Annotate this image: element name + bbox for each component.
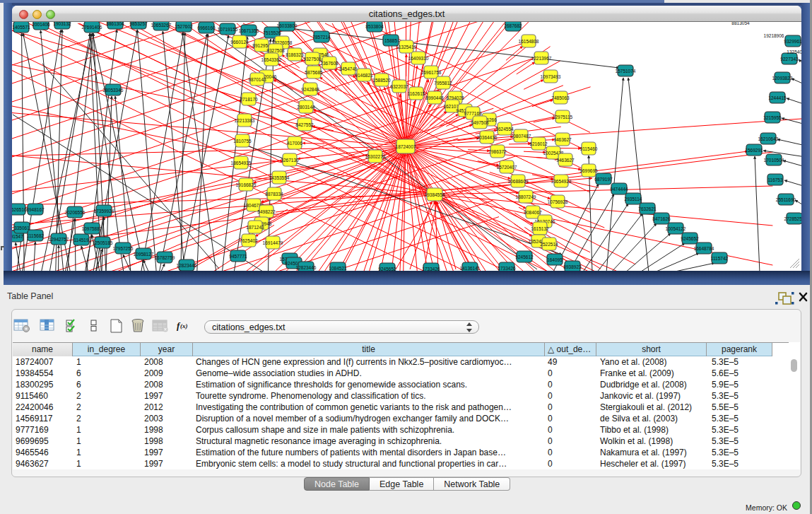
svg-text:9474444: 9474444 — [610, 187, 628, 192]
svg-text:27691406: 27691406 — [82, 25, 102, 30]
svg-text:10719155: 10719155 — [218, 27, 238, 32]
svg-text:9660124: 9660124 — [230, 40, 249, 45]
svg-text:417006: 417006 — [287, 141, 302, 146]
svg-text:6879197: 6879197 — [594, 177, 613, 182]
svg-text:8912954: 8912954 — [252, 43, 271, 48]
svg-text:5498222: 5498222 — [257, 209, 276, 214]
svg-text:6966160: 6966160 — [197, 25, 216, 30]
svg-text:18654935: 18654935 — [231, 160, 252, 165]
svg-text:8878334: 8878334 — [265, 192, 283, 197]
svg-text:16782759: 16782759 — [155, 255, 175, 260]
svg-text:2367608: 2367608 — [320, 61, 339, 66]
svg-text:1405571: 1405571 — [12, 25, 30, 30]
svg-text:12093823: 12093823 — [772, 76, 793, 81]
svg-text:16914479: 16914479 — [263, 240, 283, 245]
svg-text:9329961: 9329961 — [784, 39, 801, 44]
svg-text:17359924: 17359924 — [94, 209, 114, 214]
svg-text:391547: 391547 — [12, 234, 23, 239]
svg-text:3215955: 3215955 — [763, 115, 782, 120]
svg-text:16154808: 16154808 — [519, 39, 539, 44]
svg-text:15751074: 15751074 — [616, 69, 636, 74]
svg-text:9245652: 9245652 — [681, 236, 699, 241]
svg-text:10653267: 10653267 — [151, 23, 172, 28]
svg-text:1084521: 1084521 — [329, 266, 347, 271]
svg-text:11325419: 11325419 — [396, 45, 417, 49]
svg-text:1115682: 1115682 — [27, 233, 45, 238]
svg-text:2522514: 2522514 — [540, 242, 558, 247]
svg-text:1733426: 1733426 — [422, 267, 440, 271]
svg-text:12505185: 12505185 — [93, 240, 113, 245]
svg-text:8186323: 8186323 — [286, 52, 304, 57]
svg-text:1871243: 1871243 — [246, 225, 264, 230]
svg-text:8471626: 8471626 — [652, 216, 671, 221]
svg-text:9457771: 9457771 — [229, 254, 247, 259]
svg-text:17010504: 17010504 — [764, 158, 784, 163]
svg-text:12213967: 12213967 — [531, 56, 552, 61]
svg-text:9327508: 9327508 — [303, 57, 322, 62]
svg-text:8948167: 8948167 — [26, 207, 45, 212]
svg-text:9242848: 9242848 — [301, 87, 319, 92]
svg-text:10975887: 10975887 — [82, 226, 102, 231]
svg-text:10807487: 10807487 — [511, 134, 531, 139]
svg-text:1615132: 1615132 — [531, 226, 549, 231]
svg-text:17957255: 17957255 — [113, 246, 134, 251]
svg-text:2935114: 2935114 — [625, 197, 642, 201]
svg-text:15302273: 15302273 — [365, 154, 386, 159]
svg-text:9777169: 9777169 — [464, 111, 482, 116]
svg-text:15720407: 15720407 — [497, 165, 517, 170]
svg-text:2626510: 2626510 — [12, 207, 27, 212]
svg-text:10958127: 10958127 — [134, 252, 154, 257]
svg-text:8427552: 8427552 — [295, 122, 314, 127]
svg-text:7986372: 7986372 — [488, 149, 507, 154]
svg-text:1903132: 1903132 — [53, 22, 71, 26]
svg-text:12823446: 12823446 — [177, 263, 197, 268]
svg-text:13654923: 13654923 — [551, 179, 572, 184]
svg-text:(x): (x) — [180, 322, 188, 329]
svg-text:16033809: 16033809 — [277, 23, 298, 28]
svg-text:2718170: 2718170 — [240, 97, 258, 102]
svg-text:12213383: 12213383 — [235, 118, 255, 123]
svg-text:16961758: 16961758 — [421, 70, 442, 75]
svg-text:2803144: 2803144 — [297, 105, 315, 110]
svg-text:10671355: 10671355 — [239, 28, 259, 33]
svg-text:1162615: 1162615 — [408, 91, 425, 96]
svg-text:8454749: 8454749 — [339, 66, 358, 71]
svg-text:27285251: 27285251 — [784, 216, 801, 221]
svg-text:9699695: 9699695 — [579, 168, 598, 173]
svg-text:18724007: 18724007 — [396, 144, 416, 149]
svg-text:19218906: 19218906 — [764, 33, 784, 38]
svg-text:1569291: 1569291 — [745, 148, 763, 153]
svg-text:8533804: 8533804 — [365, 24, 384, 29]
svg-text:16543362: 16543362 — [261, 57, 282, 62]
svg-text:15885: 15885 — [384, 38, 397, 43]
svg-text:5875685: 5875685 — [305, 70, 323, 75]
svg-text:1115742: 1115742 — [711, 256, 729, 261]
svg-text:9115460: 9115460 — [580, 146, 598, 151]
svg-text:2687682: 2687682 — [504, 23, 522, 28]
svg-text:9245612: 9245612 — [515, 255, 534, 259]
svg-text:28053346: 28053346 — [103, 88, 124, 93]
svg-text:12823446: 12823446 — [296, 265, 317, 270]
svg-text:7632621: 7632621 — [638, 206, 657, 211]
svg-text:14353554: 14353554 — [269, 175, 290, 180]
svg-text:12975115: 12975115 — [553, 115, 573, 119]
svg-text:1527602: 1527602 — [175, 24, 193, 29]
svg-text:6322037: 6322037 — [390, 84, 408, 89]
svg-text:6216012: 6216012 — [529, 141, 548, 146]
svg-text:1733426: 1733426 — [498, 266, 516, 271]
svg-text:8990448: 8990448 — [425, 95, 444, 100]
svg-text:2001406: 2001406 — [32, 22, 50, 27]
svg-text:9146821: 9146821 — [355, 73, 373, 78]
svg-text:8861304: 8861304 — [106, 22, 124, 26]
svg-text:20364436: 20364436 — [477, 135, 498, 140]
svg-text:9463627: 9463627 — [556, 158, 575, 163]
svg-text:3267130: 3267130 — [281, 158, 299, 163]
svg-text:335061: 335061 — [14, 226, 30, 230]
svg-text:16210643: 16210643 — [758, 136, 779, 141]
svg-text:10054122: 10054122 — [666, 226, 686, 231]
svg-text:9327508: 9327508 — [266, 48, 285, 53]
svg-text:16409310: 16409310 — [408, 56, 429, 61]
svg-text:9463627: 9463627 — [553, 137, 572, 142]
svg-text:6497508: 6497508 — [471, 120, 489, 125]
svg-text:1810755: 1810755 — [233, 139, 252, 144]
